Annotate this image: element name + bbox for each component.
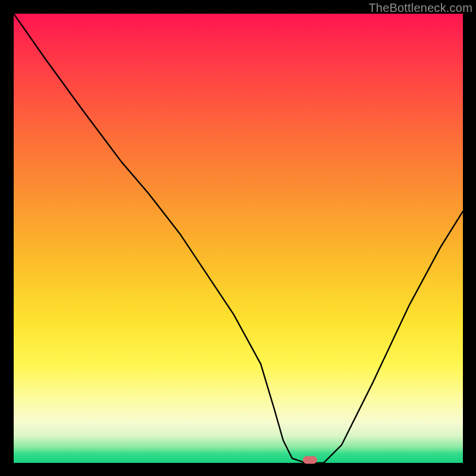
chart-frame: TheBottleneck.com <box>0 0 476 476</box>
plot-area <box>14 14 463 463</box>
watermark-text: TheBottleneck.com <box>368 1 472 15</box>
bottleneck-curve <box>14 14 463 463</box>
optimal-point-marker <box>303 456 317 464</box>
